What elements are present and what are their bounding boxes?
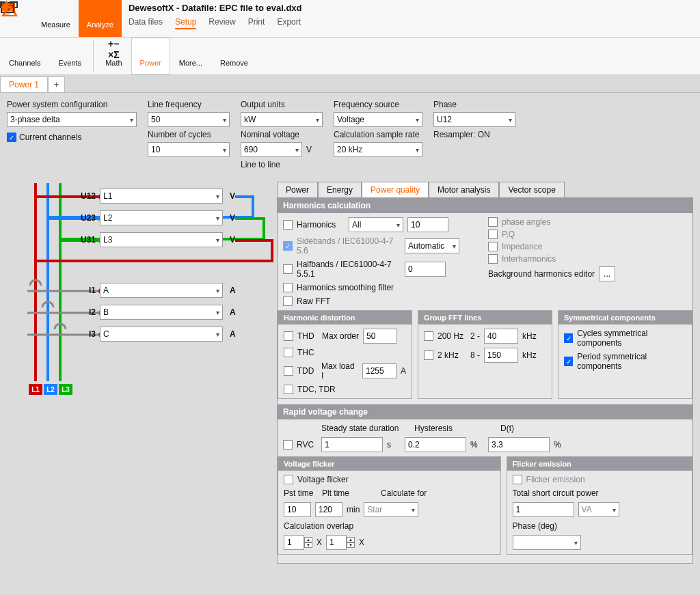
harmonics-calc-header: Harmonics calculation <box>278 198 692 213</box>
rvc-header: Rapid voltage change <box>278 404 692 419</box>
harmonics-check[interactable] <box>283 220 293 230</box>
math-button[interactable]: +−×Σ Math <box>96 38 131 74</box>
main-panel: Power system configuration 3-phase delta… <box>0 93 700 595</box>
thd-input[interactable] <box>363 329 397 344</box>
gfft-header: Group FFT lines <box>418 311 552 324</box>
power-system-select[interactable]: 3-phase delta▾ <box>7 112 137 127</box>
rtab-energy[interactable]: Energy <box>318 182 362 197</box>
sidebands-check: ✓ <box>283 241 293 251</box>
harmonics-select[interactable]: All▾ <box>349 217 403 232</box>
overlap-y-spinner[interactable]: ▲▼ <box>326 535 355 550</box>
pst-input[interactable] <box>284 502 311 517</box>
sym-period-check[interactable]: ✓ <box>564 357 573 366</box>
rtab-motor[interactable]: Motor analysis <box>429 182 499 197</box>
tab-review[interactable]: Review <box>208 17 235 29</box>
fe-phase-select[interactable]: ▾ <box>513 535 581 550</box>
checkbox-icon: ✓ <box>7 133 16 142</box>
tab-print[interactable]: Print <box>248 17 265 29</box>
u23-label: U23 <box>75 213 96 223</box>
tscp-input[interactable] <box>513 502 574 517</box>
rvc-dt-input[interactable] <box>488 437 550 452</box>
channels-icon <box>16 41 33 57</box>
bg-editor-button[interactable]: ... <box>599 266 615 281</box>
thd-check[interactable] <box>284 331 293 341</box>
overlap-x-spinner[interactable]: ▲▼ <box>284 535 312 550</box>
sidebands-select[interactable]: Automatic▾ <box>405 238 459 253</box>
tdc-check[interactable] <box>284 385 293 394</box>
halfbands-input[interactable] <box>405 262 446 277</box>
phase-select[interactable]: U12▾ <box>433 112 515 127</box>
tdd-check[interactable] <box>284 366 293 376</box>
harmonics-input[interactable] <box>407 217 448 232</box>
rawfft-check[interactable] <box>283 296 293 306</box>
fe-check <box>513 475 522 484</box>
rvc-steady-input[interactable] <box>321 437 383 452</box>
tab-power1[interactable]: Power 1 <box>0 77 48 92</box>
svg-marker-1 <box>5 5 14 15</box>
halfbands-check[interactable] <box>283 264 293 274</box>
calc-for-select: Star▾ <box>364 502 418 517</box>
plt-input[interactable] <box>315 502 342 517</box>
minus-icon <box>226 41 243 57</box>
chevron-down-icon: ▼ <box>347 542 355 548</box>
u12-select[interactable]: L1▾ <box>100 189 223 204</box>
calc-rate-select[interactable]: 20 kHz▾ <box>334 142 422 157</box>
sym-header: Symmetrical components <box>558 311 692 324</box>
thc-check[interactable] <box>284 348 293 357</box>
rtab-pq[interactable]: Power quality <box>362 182 429 197</box>
channels-button[interactable]: Channels <box>0 38 49 74</box>
output-units-select[interactable]: kW▾ <box>241 112 323 127</box>
tab-export[interactable]: Export <box>277 17 301 29</box>
chevron-up-icon: ▲ <box>347 537 355 542</box>
current-channels-check[interactable]: ✓ Current channels <box>7 133 137 142</box>
result-tabs: Power Energy Power quality Motor analysi… <box>277 182 693 197</box>
rvc-check[interactable] <box>283 440 293 449</box>
i2-select[interactable]: B▾ <box>100 305 223 320</box>
rtab-power[interactable]: Power <box>277 182 318 197</box>
tab-add[interactable]: + <box>48 77 65 92</box>
toolbar: Channels Events +−×Σ Math Power More... … <box>0 38 700 75</box>
u12-label: U12 <box>75 191 96 201</box>
calendar-icon <box>62 41 78 57</box>
rvc-hyst-input[interactable] <box>405 437 466 452</box>
gfft-2k-check[interactable] <box>424 350 433 360</box>
i3-select[interactable]: C▾ <box>100 327 223 342</box>
events-button[interactable]: Events <box>49 38 90 74</box>
nominal-voltage-select[interactable]: 690▾ <box>241 142 302 157</box>
vf-header: Voltage flicker <box>278 457 500 471</box>
gfft-200-check[interactable] <box>424 331 433 341</box>
lightning-icon <box>142 41 159 57</box>
u23-select[interactable]: L2▾ <box>100 210 223 225</box>
more-button[interactable]: More... <box>170 38 211 74</box>
tdd-input[interactable] <box>362 363 396 378</box>
num-cycles-select[interactable]: 10▾ <box>148 142 230 157</box>
i1-select[interactable]: A▾ <box>100 283 223 298</box>
analyze-label: Analyze <box>87 20 113 29</box>
logo[interactable] <box>0 0 33 37</box>
remove-button[interactable]: Remove <box>211 38 257 74</box>
gfft-2k-input[interactable] <box>484 348 518 363</box>
tab-data-files[interactable]: Data files <box>129 17 163 29</box>
rtab-vector[interactable]: Vector scope <box>499 182 564 197</box>
wiring-diagram: U12 L1▾ V U23 L2▾ V U31 L3▾ V I1 A▾ A I2 <box>7 183 273 395</box>
measure-button[interactable]: Measure <box>33 0 79 37</box>
resampler-label: Resampler: ON <box>433 130 515 139</box>
right-panel: Power Energy Power quality Motor analysi… <box>277 182 693 564</box>
phaseangles-check <box>488 217 498 227</box>
tscp-unit-select: VA▾ <box>578 502 619 517</box>
ribbon: Measure Analyze DewesoftX - Datafile: EP… <box>0 0 700 38</box>
vf-check[interactable] <box>284 475 293 484</box>
search-icon <box>92 3 108 19</box>
smoothing-check[interactable] <box>283 283 293 292</box>
ruler-icon <box>47 3 64 19</box>
analyze-button[interactable]: Analyze <box>79 0 122 37</box>
gfft-200-input[interactable] <box>484 329 518 344</box>
sym-cycles-check[interactable]: ✓ <box>564 333 573 343</box>
svg-marker-0 <box>1 1 18 16</box>
power-button[interactable]: Power <box>131 38 170 74</box>
freq-source-select[interactable]: Voltage▾ <box>334 112 422 127</box>
tab-setup[interactable]: Setup <box>175 17 196 29</box>
line-freq-select[interactable]: 50▾ <box>148 112 230 127</box>
math-icon: +−×Σ <box>105 41 122 57</box>
u31-select[interactable]: L3▾ <box>100 232 223 247</box>
